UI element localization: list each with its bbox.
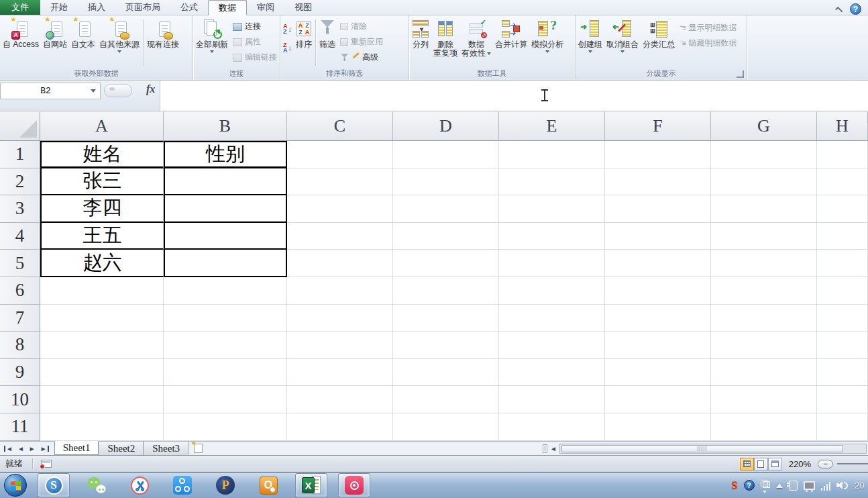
show-detail-button[interactable]: ⁺≡ 显示明细数据 [677, 21, 739, 35]
cell-F4[interactable] [605, 223, 711, 250]
collapse-ribbon-icon[interactable] [835, 6, 843, 13]
clear-filter-button[interactable]: 清除 [337, 19, 386, 34]
cell-H11[interactable] [817, 413, 868, 441]
cell-F10[interactable] [605, 386, 711, 413]
cell-C5[interactable] [287, 250, 393, 277]
cell-C7[interactable] [287, 305, 393, 332]
cell-C4[interactable] [287, 223, 393, 250]
sort-descending-button[interactable]: ZA ↓ [281, 41, 294, 54]
row-header-3[interactable]: 3 [0, 195, 40, 223]
cell-C6[interactable] [287, 277, 393, 305]
column-header-F[interactable]: F [605, 112, 711, 141]
tab-view[interactable]: 视图 [284, 0, 322, 15]
cell-A8[interactable] [40, 332, 164, 359]
cell-D11[interactable] [393, 413, 499, 441]
cell-D1[interactable] [393, 141, 499, 168]
cell-B11[interactable] [164, 413, 287, 441]
formula-input[interactable] [160, 81, 868, 111]
column-header-A[interactable]: A [40, 112, 164, 141]
last-sheet-icon[interactable]: ► [40, 445, 49, 452]
cell-G5[interactable] [711, 250, 817, 277]
cell-G6[interactable] [711, 277, 817, 305]
taskbar-screen-recorder[interactable] [338, 473, 370, 497]
cell-G10[interactable] [711, 386, 817, 413]
cell-F5[interactable] [605, 250, 711, 277]
taskbar-wechat[interactable] [80, 473, 113, 497]
select-all-corner[interactable] [0, 112, 40, 141]
cell-G7[interactable] [711, 305, 817, 332]
cell-C9[interactable] [287, 359, 393, 387]
refresh-all-button[interactable]: 全部刷新 [194, 17, 230, 68]
tab-data[interactable]: 数据 [208, 0, 247, 15]
tab-file[interactable]: 文件 [0, 0, 40, 15]
taskbar-outlook[interactable]: O [252, 473, 284, 497]
hscroll-left-arrow-icon[interactable]: ◄ [550, 445, 557, 452]
name-box[interactable]: B2 [0, 83, 101, 99]
taskbar-sogou-browser[interactable]: S [38, 473, 70, 497]
remove-duplicates-button[interactable]: 删除 重复项 [431, 17, 459, 68]
cell-B8[interactable] [164, 332, 287, 359]
cell-F7[interactable] [605, 305, 711, 332]
cell-A11[interactable] [40, 413, 164, 441]
selected-cell-B2[interactable] [164, 168, 287, 196]
cell-E5[interactable] [499, 250, 605, 277]
properties-button[interactable]: 属性 [230, 35, 280, 49]
cell-F1[interactable] [605, 141, 711, 168]
insert-worksheet-button[interactable] [188, 442, 208, 455]
tab-home[interactable]: 开始 [40, 0, 78, 15]
from-text-button[interactable]: * 自文本 [69, 17, 97, 68]
cell-D10[interactable] [393, 386, 499, 413]
cell-D9[interactable] [393, 359, 499, 387]
tab-insert[interactable]: 插入 [78, 0, 115, 15]
row-header-10[interactable]: 10 [0, 386, 40, 413]
ungroup-button[interactable]: ➜ 取消组合 [604, 17, 641, 68]
row-header-4[interactable]: 4 [0, 223, 40, 250]
cell-H4[interactable] [817, 223, 868, 250]
cell-D7[interactable] [393, 305, 499, 332]
horizontal-scrollbar-thumb[interactable] [561, 445, 843, 452]
cell-H10[interactable] [817, 386, 868, 413]
zoom-slider[interactable] [837, 463, 868, 464]
row-header-7[interactable]: 7 [0, 305, 40, 332]
cell-E4[interactable] [499, 223, 605, 250]
group-button[interactable]: ➜ 创建组 [576, 17, 604, 68]
cell-H3[interactable] [817, 195, 868, 223]
from-access-button[interactable]: *A 自 Access [1, 17, 41, 68]
hide-detail-button[interactable]: ⁻≡ 隐藏明细数据 [677, 36, 739, 50]
cell-E6[interactable] [499, 277, 605, 305]
tray-windows-stack-icon[interactable] [761, 481, 770, 490]
cell-E9[interactable] [499, 359, 605, 387]
cell-G9[interactable] [711, 359, 817, 387]
prev-sheet-icon[interactable]: ◄ [17, 445, 24, 452]
data-validation-button[interactable]: ✓ 数据 有效性 [459, 17, 493, 68]
sheet-tab-sheet1[interactable]: Sheet1 [54, 441, 99, 455]
cell-B5[interactable] [164, 250, 287, 277]
cell-B3[interactable] [164, 195, 287, 223]
cell-E10[interactable] [499, 386, 605, 413]
cell-C8[interactable] [287, 332, 393, 359]
cell-C10[interactable] [287, 386, 393, 413]
cell-A4[interactable]: 王五 [40, 223, 164, 250]
taskbar-excel[interactable]: X [295, 473, 327, 497]
column-header-G[interactable]: G [711, 112, 817, 141]
subtotal-button[interactable]: ⊞⊞ 分类汇总 [641, 17, 677, 68]
tab-split-handle[interactable] [543, 444, 547, 453]
tray-network-signal-icon[interactable] [821, 481, 831, 491]
connections-button[interactable]: 连接 [230, 19, 280, 34]
cell-F8[interactable] [605, 332, 711, 359]
column-header-D[interactable]: D [393, 112, 499, 141]
cell-E3[interactable] [499, 195, 605, 223]
from-web-button[interactable]: * 自网站 [41, 17, 69, 68]
taskbar-snipping-tool[interactable] [123, 473, 156, 497]
formula-bar-split-handle[interactable] [104, 84, 132, 97]
cell-E2[interactable] [499, 168, 605, 196]
sort-button[interactable]: AZZA 排序 [294, 17, 314, 68]
consolidate-button[interactable]: ➔➔ 合并计算 [493, 17, 529, 68]
cell-B6[interactable] [164, 277, 287, 305]
cell-B7[interactable] [164, 305, 287, 332]
tray-monitor-icon[interactable] [804, 481, 815, 490]
row-header-1[interactable]: 1 [0, 141, 40, 168]
cell-A6[interactable] [40, 277, 164, 305]
cell-D8[interactable] [393, 332, 499, 359]
cell-D3[interactable] [393, 195, 499, 223]
